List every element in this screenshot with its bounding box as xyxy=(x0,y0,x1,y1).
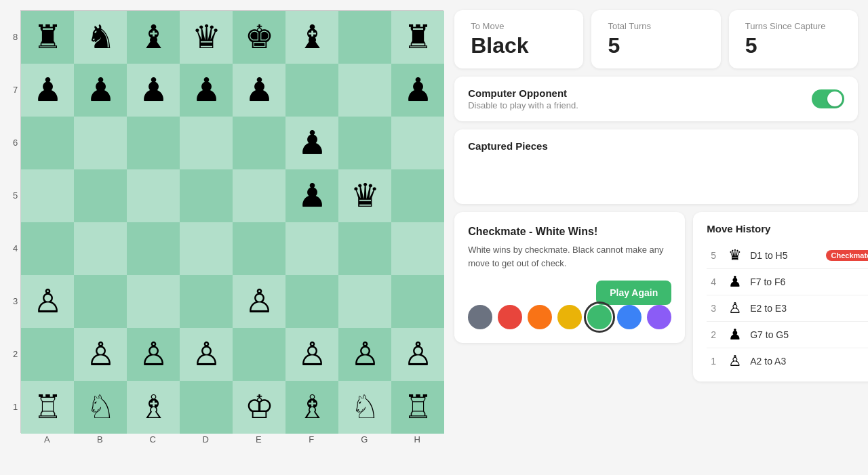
board-cell[interactable]: ♖ xyxy=(21,381,74,434)
board-section: 8 7 6 5 4 3 2 1 ♜♞♝♛♚♝♜♟♟♟♟♟♟♟♟♛♙♙♙♙♙♙♙♙… xyxy=(10,10,443,445)
board-cell[interactable] xyxy=(338,117,391,169)
board-cell[interactable] xyxy=(391,222,444,275)
board-cell[interactable]: ♙ xyxy=(127,328,180,381)
board-cell[interactable]: ♟ xyxy=(391,64,444,117)
board-cell[interactable]: ♙ xyxy=(233,275,285,328)
board-cell[interactable] xyxy=(391,117,444,169)
board-cell[interactable]: ♘ xyxy=(74,381,127,434)
board-cell[interactable]: ♜ xyxy=(21,11,74,64)
color-swatch-blue[interactable] xyxy=(617,305,642,329)
chess-piece: ♘ xyxy=(86,391,115,424)
board-cell[interactable]: ♝ xyxy=(127,11,180,64)
board-cell[interactable]: ♟ xyxy=(127,64,180,117)
board-cell[interactable]: ♙ xyxy=(285,328,338,381)
computer-opponent-toggle[interactable] xyxy=(812,89,844,108)
rank-7: 7 xyxy=(13,63,18,116)
board-cell[interactable]: ♗ xyxy=(127,381,180,434)
board-cell[interactable] xyxy=(338,11,391,64)
board-cell[interactable] xyxy=(233,328,285,381)
board-cell[interactable]: ♙ xyxy=(338,328,391,381)
board-cell[interactable] xyxy=(127,275,180,328)
board-cell[interactable] xyxy=(233,117,285,169)
chess-piece: ♜ xyxy=(33,21,62,54)
board-cell[interactable] xyxy=(180,222,233,275)
rank-3: 3 xyxy=(13,274,18,327)
move-notation: E2 to E3 xyxy=(750,303,868,314)
chess-piece: ♟ xyxy=(298,180,327,212)
total-turns-label: Total Turns xyxy=(608,21,704,31)
board-cell[interactable]: ♟ xyxy=(21,64,74,117)
chess-piece: ♜ xyxy=(403,21,433,54)
board-cell[interactable] xyxy=(180,275,233,328)
board-cell[interactable] xyxy=(180,381,233,434)
board-cell[interactable] xyxy=(338,222,391,275)
board-cell[interactable] xyxy=(74,275,127,328)
board-cell[interactable] xyxy=(74,169,127,222)
chess-piece: ♙ xyxy=(33,285,62,318)
board-cell[interactable]: ♟ xyxy=(285,169,338,222)
board-cell[interactable]: ♙ xyxy=(391,328,444,381)
file-c: C xyxy=(126,434,179,445)
board-cell[interactable]: ♝ xyxy=(285,11,338,64)
chess-piece: ♟ xyxy=(403,74,433,106)
board-cell[interactable]: ♙ xyxy=(180,328,233,381)
board-cell[interactable] xyxy=(391,169,444,222)
board-cell[interactable]: ♚ xyxy=(233,11,285,64)
board-cell[interactable] xyxy=(338,64,391,117)
color-swatch-orange[interactable] xyxy=(528,305,552,329)
board-cell[interactable] xyxy=(127,117,180,169)
color-swatch-purple[interactable] xyxy=(647,305,671,329)
board-cell[interactable]: ♗ xyxy=(285,381,338,434)
board-cell[interactable] xyxy=(391,275,444,328)
board-cell[interactable] xyxy=(338,275,391,328)
board-cell[interactable] xyxy=(285,64,338,117)
chess-piece: ♔ xyxy=(245,391,274,424)
board-cell[interactable] xyxy=(127,222,180,275)
play-again-button[interactable]: Play Again xyxy=(596,281,671,305)
board-cell[interactable]: ♙ xyxy=(74,328,127,381)
board-cell[interactable]: ♟ xyxy=(233,64,285,117)
move-number: 1 xyxy=(707,356,720,367)
chess-piece: ♛ xyxy=(351,180,380,212)
board-cell[interactable] xyxy=(180,117,233,169)
chess-piece: ♖ xyxy=(33,391,62,424)
move-number: 4 xyxy=(707,276,720,287)
board-cell[interactable] xyxy=(21,328,74,381)
board-cell[interactable]: ♟ xyxy=(285,117,338,169)
color-swatch-gray[interactable] xyxy=(468,305,492,329)
board-cell[interactable]: ♜ xyxy=(391,11,444,64)
board-cell[interactable]: ♖ xyxy=(391,381,444,434)
chess-piece: ♝ xyxy=(298,21,327,54)
rank-6: 6 xyxy=(13,116,18,169)
chess-piece: ♟ xyxy=(192,74,221,106)
to-move-card: To Move Black xyxy=(454,10,583,68)
board-cell[interactable] xyxy=(74,117,127,169)
move-piece: ♙ xyxy=(726,300,745,317)
board-cell[interactable] xyxy=(21,169,74,222)
board-cell[interactable] xyxy=(233,222,285,275)
app-container: 8 7 6 5 4 3 2 1 ♜♞♝♛♚♝♜♟♟♟♟♟♟♟♟♛♙♙♙♙♙♙♙♙… xyxy=(10,10,858,445)
board-cell[interactable]: ♔ xyxy=(233,381,285,434)
checkmate-description: White wins by checkmate. Black cannot ma… xyxy=(468,243,671,270)
board-cell[interactable]: ♛ xyxy=(338,169,391,222)
board-cell[interactable] xyxy=(127,169,180,222)
board-cell[interactable]: ♛ xyxy=(180,11,233,64)
board-cell[interactable] xyxy=(233,169,285,222)
board-cell[interactable] xyxy=(285,275,338,328)
file-a: A xyxy=(20,434,73,445)
board-cell[interactable] xyxy=(21,222,74,275)
board-cell[interactable]: ♘ xyxy=(338,381,391,434)
board-cell[interactable]: ♟ xyxy=(180,64,233,117)
color-swatch-green[interactable] xyxy=(587,305,612,329)
board-cell[interactable] xyxy=(21,117,74,169)
board-cell[interactable] xyxy=(74,222,127,275)
board-cell[interactable] xyxy=(180,169,233,222)
file-f: F xyxy=(285,434,338,445)
board-cell[interactable]: ♟ xyxy=(74,64,127,117)
board-cell[interactable] xyxy=(285,222,338,275)
board-cell[interactable]: ♙ xyxy=(21,275,74,328)
color-swatch-yellow[interactable] xyxy=(557,305,582,329)
chess-piece: ♗ xyxy=(298,391,327,424)
board-cell[interactable]: ♞ xyxy=(74,11,127,64)
color-swatch-red[interactable] xyxy=(498,305,522,329)
